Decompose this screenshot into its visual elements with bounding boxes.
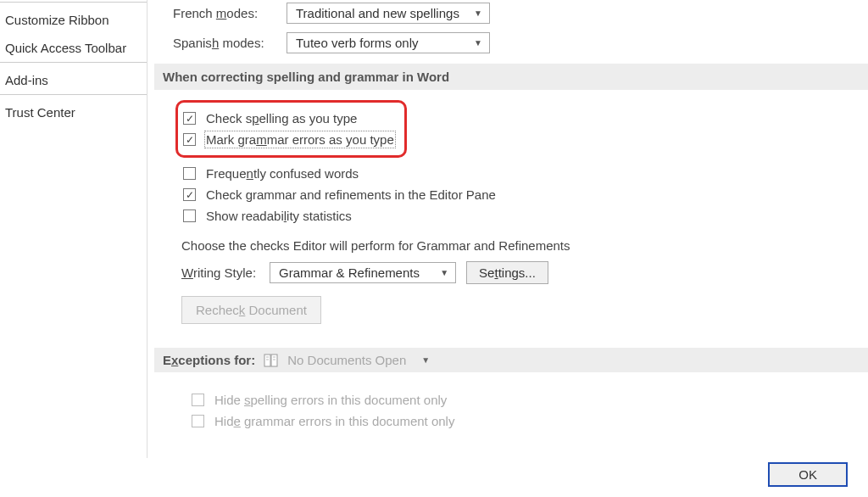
choose-checks-text: Choose the checks Editor will perform fo… (181, 238, 868, 253)
french-modes-label: French modes: (173, 6, 287, 20)
check-spelling-checkbox[interactable] (183, 112, 196, 125)
editor-pane-label: Check grammar and refinements in the Edi… (206, 187, 496, 202)
content-area: French modes: Traditional and new spelli… (147, 0, 868, 458)
spanish-modes-label: Spanish modes: (173, 36, 287, 50)
readability-row: Show readability statistics (181, 205, 868, 226)
footer: OK (0, 457, 868, 497)
chevron-down-icon: ▼ (421, 355, 430, 365)
exceptions-dropdown[interactable]: No Documents Open ▼ (287, 353, 430, 367)
writing-style-dropdown[interactable]: Grammar & Refinements ▼ (270, 262, 456, 283)
check-spelling-row: Check spelling as you type (181, 108, 396, 129)
confused-words-checkbox[interactable] (183, 167, 196, 180)
settings-button[interactable]: Settings... (466, 261, 548, 284)
sidebar-item-quick-access-toolbar[interactable]: Quick Access Toolbar (0, 34, 147, 62)
readability-label: Show readability statistics (206, 209, 352, 223)
writing-style-label: Writing Style: (181, 265, 256, 280)
exceptions-header: Exceptions for: No Documents Open ▼ (154, 348, 868, 372)
section-header-correcting: When correcting spelling and grammar in … (154, 64, 868, 90)
editor-pane-row: Check grammar and refinements in the Edi… (181, 184, 868, 205)
sidebar-item-trust-center[interactable]: Trust Center (0, 98, 147, 126)
svg-rect-1 (271, 355, 277, 366)
sidebar-item-add-ins[interactable]: Add-ins (0, 66, 147, 94)
mark-grammar-label: Mark grammar errors as you type (206, 132, 394, 147)
highlight-box: Check spelling as you type Mark grammar … (175, 100, 407, 158)
document-icon (264, 354, 279, 367)
exceptions-label: Exceptions for: (163, 353, 255, 367)
editor-pane-checkbox[interactable] (183, 188, 196, 201)
check-spelling-label: Check spelling as you type (206, 111, 357, 126)
chevron-down-icon: ▼ (474, 8, 482, 18)
hide-spelling-row: Hide spelling errors in this document on… (190, 389, 868, 410)
svg-rect-0 (264, 355, 270, 366)
hide-spelling-checkbox (192, 394, 204, 406)
mark-grammar-row: Mark grammar errors as you type (181, 129, 396, 150)
hide-grammar-checkbox (192, 415, 204, 427)
confused-words-label: Frequently confused words (206, 166, 359, 181)
chevron-down-icon: ▼ (440, 268, 448, 277)
chevron-down-icon: ▼ (474, 38, 482, 47)
hide-spelling-label: Hide spelling errors in this document on… (214, 393, 447, 407)
ok-button[interactable]: OK (768, 462, 848, 487)
readability-checkbox[interactable] (183, 209, 196, 222)
hide-grammar-label: Hide grammar errors in this document onl… (214, 414, 454, 428)
hide-grammar-row: Hide grammar errors in this document onl… (190, 410, 868, 432)
mark-grammar-checkbox[interactable] (183, 133, 196, 146)
french-modes-dropdown[interactable]: Traditional and new spellings ▼ (287, 3, 490, 24)
sidebar-item-customize-ribbon[interactable]: Customize Ribbon (0, 6, 147, 34)
recheck-document-button: Recheck Document (181, 296, 321, 324)
sidebar: Customize Ribbon Quick Access Toolbar Ad… (0, 0, 147, 458)
confused-words-row: Frequently confused words (181, 163, 868, 184)
spanish-modes-dropdown[interactable]: Tuteo verb forms only ▼ (287, 32, 490, 53)
